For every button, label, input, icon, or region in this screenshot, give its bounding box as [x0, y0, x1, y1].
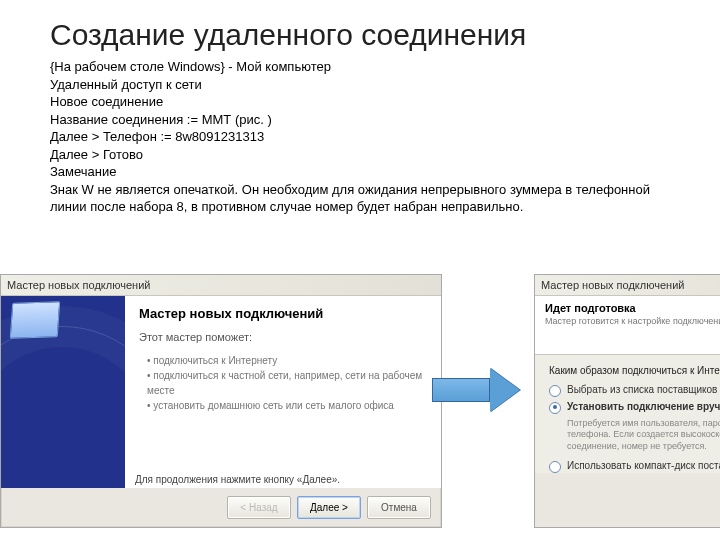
bullet-item: подключиться к Интернету [147, 353, 427, 368]
radio-icon [549, 402, 561, 414]
radio-label: Установить подключение вручную [567, 401, 720, 412]
radio-option-description: Потребуется имя пользователя, пароль и н… [567, 418, 720, 452]
body-line: Знак W не является опечаткой. Он необход… [50, 181, 688, 216]
wizard-bullets: подключиться к Интернету подключиться к … [139, 353, 427, 413]
slide-title: Создание удаленного соединения [50, 18, 688, 52]
wizard-heading: Мастер новых подключений [139, 306, 427, 321]
arrow-right-icon [432, 368, 520, 412]
wizard-window-step2: Мастер новых подключений Идет подготовка… [534, 274, 720, 528]
body-line: Название соединения := ММТ (рис. ) [50, 111, 688, 129]
bullet-item: подключиться к частной сети, например, с… [147, 368, 427, 398]
radio-option-cd[interactable]: Использовать компакт-диск постав [549, 460, 720, 473]
window-titlebar: Мастер новых подключений [535, 275, 720, 296]
radio-label: Выбрать из списка поставщиков усл [567, 384, 720, 395]
body-line: Далее > Готово [50, 146, 688, 164]
next-button[interactable]: Далее > [297, 496, 361, 519]
cancel-button[interactable]: Отмена [367, 496, 431, 519]
body-line: Далее > Телефон := 8w8091231313 [50, 128, 688, 146]
body-line: Новое соединение [50, 93, 688, 111]
wizard-step-subtitle: Мастер готовится к настройке подключения… [545, 316, 720, 326]
wizard-subtext: Этот мастер поможет: [139, 331, 427, 343]
body-line: Удаленный доступ к сети [50, 76, 688, 94]
wizard-question: Каким образом подключиться к Интернету? [549, 365, 720, 376]
bullet-item: установить домашнюю сеть или сеть малого… [147, 398, 427, 413]
wizard-footer-hint: Для продолжения нажмите кнопку «Далее». [135, 474, 340, 485]
wizard-window-step1: Мастер новых подключений Мастер новых по… [0, 274, 442, 528]
radio-option-manual[interactable]: Установить подключение вручную [549, 401, 720, 414]
wizard-sidebar-graphic [1, 296, 125, 488]
body-line: Замечание [50, 163, 688, 181]
radio-icon [549, 385, 561, 397]
back-button[interactable]: < Назад [227, 496, 291, 519]
globe-icon [1, 296, 125, 488]
wizard-step-title: Идет подготовка [545, 302, 720, 314]
radio-option-provider-list[interactable]: Выбрать из списка поставщиков усл [549, 384, 720, 397]
window-titlebar: Мастер новых подключений [1, 275, 441, 296]
radio-label: Использовать компакт-диск постав [567, 460, 720, 471]
body-line: {На рабочем столе Windows} - Мой компьют… [50, 58, 688, 76]
slide-body: {На рабочем столе Windows} - Мой компьют… [50, 58, 688, 216]
radio-icon [549, 461, 561, 473]
